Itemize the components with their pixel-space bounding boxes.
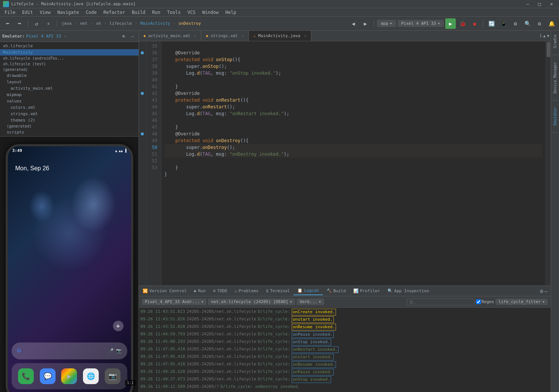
device-selector-top[interactable]: Pixel 4 API 33 ▾	[398, 20, 444, 27]
logcat-device-selector[interactable]: Pixel_4_API_33 Andr... ▾	[142, 299, 206, 305]
menu-tools[interactable]: Tools	[164, 9, 184, 16]
logcat-filter-selector[interactable]: life_cycle_filter ▾	[496, 299, 548, 305]
emulator-settings-btn[interactable]: ⚙	[120, 33, 127, 40]
log-pid-6: 24205-24205/net.xh.lifecycle	[187, 354, 256, 360]
menu-build[interactable]: Build	[129, 9, 148, 16]
file-tab-mainactivity[interactable]: ☕ MainActivity.java ✕	[249, 31, 311, 41]
navigate-fwd-icon[interactable]: ▶	[360, 18, 371, 29]
tab-profiler[interactable]: 📊 Profiler	[350, 287, 384, 295]
tree-item-lifecycle-test[interactable]: xh.lifecycle (test)	[0, 61, 139, 67]
tree-item-values[interactable]: values	[0, 98, 139, 104]
menu-code[interactable]: Code	[83, 9, 100, 16]
menu-vcs[interactable]: VCS	[184, 9, 199, 16]
menu-navigate[interactable]: Navigate	[54, 9, 82, 16]
breadcrumb-xh[interactable]: xh	[95, 20, 102, 27]
tree-item-strings-xml[interactable]: strings.xml	[0, 111, 139, 117]
tree-item-themes[interactable]: themes (2)	[0, 117, 139, 123]
sep3	[374, 20, 374, 27]
menu-view[interactable]: View	[37, 9, 54, 16]
emulator-tab-close[interactable]: ✕	[64, 34, 66, 38]
scroll-down-btn[interactable]: ▼	[547, 34, 549, 38]
notifications-icon[interactable]: 🔔	[546, 18, 557, 29]
debug-button[interactable]: 🐞	[457, 18, 468, 29]
breadcrumb-ondestroy[interactable]: onDestroy	[177, 20, 203, 27]
scroll-track[interactable]	[545, 41, 551, 285]
tab-build[interactable]: 🔨 Build	[323, 287, 350, 295]
tree-item-mainactivity[interactable]: MainActivity	[0, 49, 139, 56]
sidebar-tab-gradle[interactable]: Gradle	[552, 32, 558, 50]
forward-button[interactable]: ➡	[14, 18, 25, 29]
breadcrumb-net[interactable]: net	[78, 20, 89, 27]
run-button[interactable]: ▶	[445, 18, 456, 29]
play-icon[interactable]: ▶	[61, 368, 77, 384]
code-line-45: Log.d(TAG, msg: "onRestart invoked.");	[164, 110, 542, 117]
sdk-manager-icon[interactable]: ⚙	[510, 18, 521, 29]
breadcrumb-mainactivity[interactable]: MainActivity	[139, 20, 172, 27]
settings-icon[interactable]: ⚙	[534, 18, 545, 29]
menu-run[interactable]: Run	[149, 9, 163, 16]
chrome-icon[interactable]: 🌐	[83, 368, 99, 384]
tab-run[interactable]: ▶ Run	[190, 287, 209, 295]
tree-item-layout[interactable]: layout	[0, 79, 139, 85]
menu-file[interactable]: File	[2, 9, 18, 16]
code-content[interactable]: @Override protected void onStop(){ super…	[161, 41, 545, 285]
back-button[interactable]: ⬅	[2, 18, 13, 29]
messages-icon[interactable]: 💬	[40, 368, 56, 384]
code-line-49: protected void onDestroy(){	[164, 137, 542, 144]
tree-item-activity-main-xml[interactable]: activity_main.xml	[0, 85, 139, 92]
phone-search-bar[interactable]: G 🎤 📷	[12, 342, 127, 359]
logcat-content[interactable]: 09-26 11:43:51.823 24205-24205/net.xh.li…	[139, 308, 551, 392]
file-tab-close-1[interactable]: ✕	[194, 34, 196, 38]
tab-problems[interactable]: ⚠ Problems	[231, 287, 262, 295]
app-selector[interactable]: app ▾	[377, 20, 396, 27]
camera-icon[interactable]: 📷	[105, 368, 121, 384]
file-tab-close-2[interactable]: ✕	[242, 34, 244, 38]
tab-terminal[interactable]: $ Terminal	[262, 287, 294, 295]
sync-project-icon[interactable]: 🔄	[486, 18, 497, 29]
tree-item-scripts[interactable]: scripts	[0, 129, 139, 135]
file-tab-close-3[interactable]: ✕	[304, 34, 306, 38]
maximize-button[interactable]: □	[535, 1, 544, 7]
regex-checkbox[interactable]	[476, 299, 481, 304]
phone-add-button[interactable]: +	[113, 321, 124, 331]
search-everywhere-icon[interactable]: 🔍	[522, 18, 533, 29]
tab-version-control[interactable]: 🔀 Version Control	[139, 287, 190, 295]
file-tab-activity-main[interactable]: ◆ activity_main.xml ✕	[139, 31, 201, 41]
tab-logcat[interactable]: 📋 Logcat	[294, 287, 323, 295]
log-ts-5: 09-26 11:47:05.418	[140, 346, 185, 352]
navigate-back-icon[interactable]: ◀	[348, 18, 359, 29]
tree-item-drawable[interactable]: drawable	[0, 72, 139, 79]
breadcrumb-java[interactable]: java	[60, 20, 73, 27]
minimize-button[interactable]: —	[523, 1, 532, 7]
phone-screen[interactable]: 3:49 ▲ ▲▲ ▐ Mon, Sep 26 +	[8, 146, 131, 392]
tree-item-lifecycle[interactable]: xh.lifecycle	[0, 43, 139, 49]
logcat-process-selector[interactable]: net.xh.lifecycle (24205) [DEAD] ▾	[208, 299, 295, 305]
avd-manager-icon[interactable]: 📱	[498, 18, 509, 29]
phone-icon[interactable]: 📞	[18, 368, 34, 384]
logcat-search-input[interactable]	[407, 299, 475, 305]
logcat-verbosity-selector[interactable]: Verb... ▾	[297, 299, 324, 305]
logcat-filter-label: life_cycle_filter	[499, 299, 541, 304]
scroll-up-btn[interactable]: ▲	[543, 34, 545, 38]
tree-item-mipmap[interactable]: mipmap	[0, 92, 139, 98]
sidebar-tab-emulator[interactable]: Emulator	[552, 105, 558, 128]
tab-todo[interactable]: ≡ TODO	[209, 287, 231, 295]
menu-refactor[interactable]: Refactor	[100, 9, 128, 16]
sync-button[interactable]: ⚡	[43, 18, 54, 29]
stop-button[interactable]: ◼	[469, 18, 480, 29]
minimize-panel-btn[interactable]: —	[545, 288, 548, 294]
sidebar-tab-device-manager[interactable]: Device Manager	[552, 60, 558, 96]
close-button[interactable]: ✕	[547, 1, 556, 7]
menu-window[interactable]: Window	[199, 9, 221, 16]
breadcrumb-lifecycle[interactable]: lifecycle	[108, 20, 134, 27]
menu-edit[interactable]: Edit	[19, 9, 36, 16]
menu-help[interactable]: Help	[222, 9, 239, 16]
file-tab-strings[interactable]: ◆ strings.xml ✕	[201, 31, 249, 41]
revert-button[interactable]: ↺	[31, 18, 42, 29]
scroll-thumb[interactable]	[547, 42, 550, 57]
tree-item-colors-xml[interactable]: colors.xml	[0, 104, 139, 111]
tab-app-inspection[interactable]: 🔍 App Inspection	[384, 287, 433, 295]
emulator-minimize-btn[interactable]: —	[129, 33, 136, 40]
tree-item-lifecycle-androidtest[interactable]: xh.lifecycle (androidTes...	[0, 56, 139, 61]
settings-btn[interactable]: ⚙	[540, 288, 543, 294]
